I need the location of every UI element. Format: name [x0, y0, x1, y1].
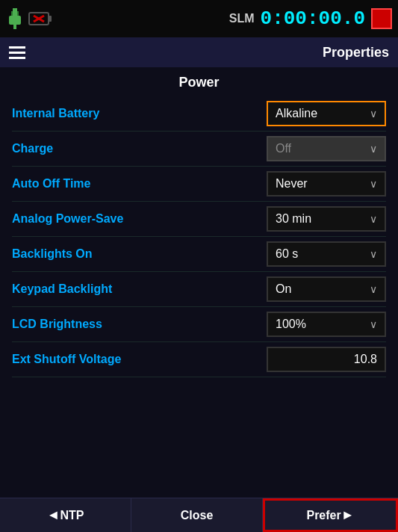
menu-title: Properties [37, 45, 389, 61]
control-auto-off-time: Never ∨ [267, 171, 386, 197]
label-charge: Charge [12, 142, 53, 155]
top-bar: SLM 0:00:00.0 [0, 0, 398, 37]
left-arrow-icon: ◄ [47, 507, 60, 523]
label-lcd-brightness: LCD Brightness [12, 318, 102, 331]
svg-rect-1 [9, 16, 21, 25]
control-ext-shutoff-voltage: 10.8 [267, 347, 386, 372]
input-ext-shutoff-voltage[interactable]: 10.8 [267, 347, 386, 372]
top-bar-center: SLM 0:00:00.0 [229, 7, 392, 30]
dropdown-charge[interactable]: Off ∨ [267, 136, 386, 161]
chevron-down-icon-lcd: ∨ [370, 318, 377, 330]
property-row-lcd-brightness: LCD Brightness 100% ∨ [12, 307, 386, 342]
dropdown-auto-off-time[interactable]: Never ∨ [267, 171, 386, 197]
plug-icon [6, 8, 24, 29]
battery-x-icon [28, 8, 52, 29]
label-ext-shutoff-voltage: Ext Shutoff Voltage [12, 353, 121, 366]
slm-label: SLM [229, 12, 255, 25]
dropdown-keypad-backlight[interactable]: On ∨ [267, 276, 386, 302]
dropdown-lcd-brightness[interactable]: 100% ∨ [267, 312, 386, 337]
ntp-label: NTP [60, 509, 84, 522]
dropdown-analog-power-save[interactable]: 30 min ∨ [267, 206, 386, 232]
dropdown-value-lcd-brightness: 100% [276, 318, 306, 331]
prefer-label: Prefer [306, 509, 341, 522]
control-backlights-on: 60 s ∨ [267, 241, 386, 267]
control-charge: Off ∨ [267, 136, 386, 161]
timer-display: 0:00:00.0 [261, 7, 365, 30]
control-lcd-brightness: 100% ∨ [267, 312, 386, 337]
ntp-button[interactable]: ◄ NTP [0, 498, 131, 532]
svg-rect-4 [17, 11, 19, 16]
chevron-down-icon: ∨ [370, 108, 377, 120]
dropdown-value-charge: Off [276, 142, 291, 155]
control-keypad-backlight: On ∨ [267, 276, 386, 302]
section-title: Power [12, 67, 386, 96]
label-backlights-on: Backlights On [12, 247, 93, 261]
label-internal-battery: Internal Battery [12, 107, 99, 120]
chevron-down-icon-auto-off: ∨ [370, 178, 377, 190]
hamburger-line-1 [9, 46, 25, 49]
control-analog-power-save: 30 min ∨ [267, 206, 386, 232]
dropdown-value-analog-power-save: 30 min [276, 212, 311, 226]
menu-bar: Properties [0, 37, 398, 67]
hamburger-line-3 [9, 57, 25, 59]
chevron-down-icon-backlights: ∨ [370, 248, 377, 260]
property-row-analog-power-save: Analog Power-Save 30 min ∨ [12, 202, 386, 237]
property-row-charge: Charge Off ∨ [12, 132, 386, 167]
hamburger-menu[interactable] [9, 46, 25, 59]
property-row-ext-shutoff-voltage: Ext Shutoff Voltage 10.8 [12, 342, 386, 377]
control-internal-battery: Alkaline ∨ [267, 101, 386, 126]
svg-rect-6 [49, 16, 52, 22]
dropdown-value-backlights-on: 60 s [276, 247, 298, 261]
chevron-down-icon-charge: ∨ [370, 143, 377, 155]
dropdown-value-internal-battery: Alkaline [276, 107, 317, 120]
stop-icon [376, 13, 387, 24]
hamburger-line-2 [9, 52, 25, 54]
label-analog-power-save: Analog Power-Save [12, 211, 123, 226]
dropdown-internal-battery[interactable]: Alkaline ∨ [267, 101, 386, 126]
svg-rect-0 [13, 8, 17, 16]
prefer-button[interactable]: Prefer ► [263, 498, 398, 532]
property-row-backlights-on: Backlights On 60 s ∨ [12, 237, 386, 272]
chevron-down-icon-analog: ∨ [370, 213, 377, 225]
property-row-keypad-backlight: Keypad Backlight On ∨ [12, 272, 386, 307]
svg-rect-3 [11, 11, 13, 16]
label-auto-off-time: Auto Off Time [12, 177, 90, 191]
label-keypad-backlight: Keypad Backlight [12, 282, 112, 296]
property-row-internal-battery: Internal Battery Alkaline ∨ [12, 96, 386, 132]
dropdown-value-auto-off-time: Never [276, 177, 308, 191]
close-label: Close [181, 509, 214, 522]
stop-button[interactable] [371, 8, 392, 29]
dropdown-backlights-on[interactable]: 60 s ∨ [267, 241, 386, 267]
close-button[interactable]: Close [131, 498, 263, 532]
top-bar-left [6, 8, 52, 29]
main-content: Power Internal Battery Alkaline ∨ Charge… [0, 67, 398, 498]
property-row-auto-off-time: Auto Off Time Never ∨ [12, 167, 386, 202]
chevron-down-icon-keypad: ∨ [370, 283, 377, 295]
right-arrow-icon: ► [341, 507, 355, 523]
svg-rect-2 [13, 25, 16, 29]
bottom-bar: ◄ NTP Close Prefer ► [0, 498, 398, 532]
dropdown-value-keypad-backlight: On [276, 282, 291, 296]
